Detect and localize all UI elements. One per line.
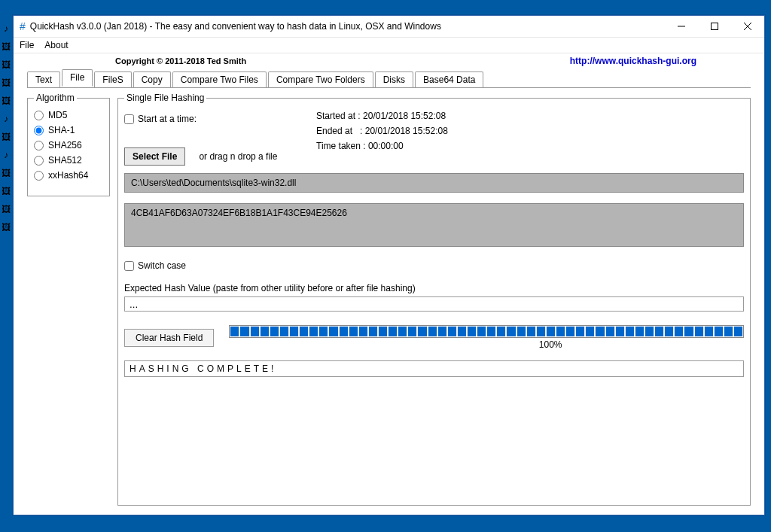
drag-drop-hint: or drag n drop a file [199, 151, 277, 162]
single-file-legend: Single File Hashing [124, 93, 206, 103]
svg-rect-1 [712, 23, 718, 30]
clear-hash-button[interactable]: Clear Hash Field [124, 329, 214, 347]
sidebar-icon-5: 🖼 [0, 95, 12, 107]
sidebar-icon-1: ♪ [0, 23, 12, 35]
copyright-text: Copyright © 2011-2018 Ted Smith [115, 56, 246, 65]
sidebar-icon-4: 🖼 [0, 77, 12, 89]
tab-compare-folders[interactable]: Compare Two Folders [268, 71, 373, 87]
menu-about[interactable]: About [44, 40, 68, 50]
sidebar-icon-3: 🖼 [0, 59, 12, 71]
tab-content: Algorithm MD5 SHA-1 SHA256 [27, 87, 751, 506]
sidebar-icon-9: 🖼 [0, 167, 12, 179]
hash-result-display: 4CB41AF6D63A07324EF6B18B1A1F43CE94E25626 [124, 203, 744, 247]
select-file-button[interactable]: Select File [124, 147, 185, 166]
ended-at-label: Ended at : 20/01/2018 15:52:08 [316, 126, 744, 141]
website-link[interactable]: http://www.quickhash-gui.org [570, 56, 696, 66]
started-at-label: Started at : 20/01/2018 15:52:08 [316, 111, 744, 126]
app-icon: # [20, 21, 26, 32]
info-row: Copyright © 2011-2018 Ted Smith http://w… [14, 53, 764, 68]
sidebar-icon-12: 🖼 [0, 221, 12, 233]
app-window: # QuickHash v3.0.0 (Jan 2018) - The easy… [13, 15, 765, 515]
tab-compare-files[interactable]: Compare Two Files [172, 71, 267, 87]
radio-sha1[interactable]: SHA-1 [34, 123, 103, 138]
checkbox-switch-case[interactable]: Switch case [124, 259, 744, 272]
sidebar-icon-10: 🖼 [0, 185, 12, 197]
tab-file[interactable]: File [62, 69, 93, 87]
radio-sha512[interactable]: SHA512 [34, 153, 103, 168]
sidebar-icon-6: ♪ [0, 113, 12, 125]
algorithm-legend: Algorithm [34, 93, 77, 103]
tab-text[interactable]: Text [27, 71, 60, 87]
expected-hash-input[interactable] [124, 296, 744, 312]
tab-copy[interactable]: Copy [133, 71, 171, 87]
tab-bar: Text File FileS Copy Compare Two Files C… [14, 68, 764, 87]
close-button[interactable] [731, 16, 764, 37]
status-message: HASHING COMPLETE! [124, 360, 744, 377]
menu-file[interactable]: File [20, 40, 34, 50]
checkbox-start-at-a-time[interactable]: Start at a time: [124, 112, 316, 126]
progress-percent: 100% [229, 339, 744, 350]
sidebar-icon-2: 🖼 [0, 41, 12, 53]
progress-bar [229, 325, 744, 338]
maximize-button[interactable] [698, 16, 731, 37]
titlebar: # QuickHash v3.0.0 (Jan 2018) - The easy… [14, 16, 764, 38]
tab-files[interactable]: FileS [94, 71, 131, 87]
expected-hash-label: Expected Hash Value (paste from other ut… [124, 283, 744, 293]
desktop-sidebar: ♪ 🖼 🖼 🖼 🖼 ♪ 🖼 ♪ 🖼 🖼 🖼 🖼 [0, 15, 13, 532]
sidebar-icon-8: ♪ [0, 149, 12, 161]
single-file-hashing-group: Single File Hashing Start at a time: Sta… [117, 93, 751, 506]
tab-disks[interactable]: Disks [375, 71, 413, 87]
minimize-button[interactable] [665, 16, 698, 37]
menubar: File About [14, 38, 764, 53]
sidebar-icon-7: 🖼 [0, 131, 12, 143]
radio-md5[interactable]: MD5 [34, 108, 103, 123]
window-title: QuickHash v3.0.0 (Jan 2018) - The easy a… [30, 21, 441, 32]
radio-xxhash64[interactable]: xxHash64 [34, 168, 103, 183]
file-path-display: C:\Users\ted\Documents\sqlite3-win32.dll [124, 173, 744, 193]
sidebar-icon-11: 🖼 [0, 203, 12, 215]
radio-sha256[interactable]: SHA256 [34, 138, 103, 153]
tab-base64[interactable]: Base64 Data [415, 71, 483, 87]
algorithm-group: Algorithm MD5 SHA-1 SHA256 [27, 93, 110, 196]
